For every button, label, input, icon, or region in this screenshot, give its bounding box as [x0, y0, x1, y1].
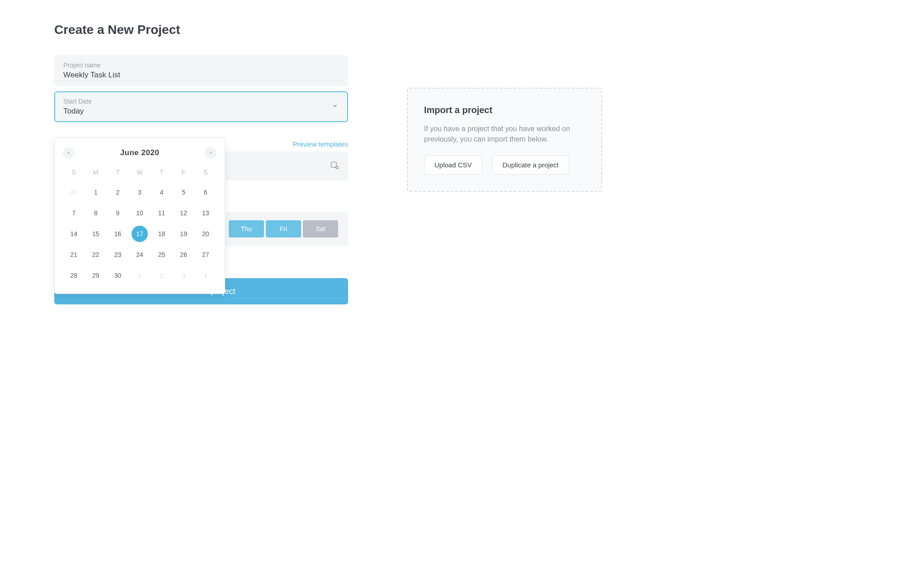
calendar-day[interactable]: 27 [194, 247, 217, 262]
calendar-dow: S [194, 166, 217, 179]
calendar-day[interactable]: 1 [129, 268, 151, 283]
calendar-day[interactable]: 3 [173, 268, 195, 283]
calendar-day[interactable]: 15 [85, 227, 107, 241]
calendar-day[interactable]: 29 [85, 268, 107, 283]
calendar-day[interactable]: 2 [107, 185, 129, 199]
template-browse-icon [330, 161, 339, 171]
calendar-day[interactable]: 26 [173, 247, 195, 262]
import-description: If you have a project that you have work… [424, 123, 585, 144]
calendar-day[interactable]: 14 [63, 227, 85, 241]
prev-month-button[interactable] [63, 147, 75, 159]
import-title: Import a project [424, 105, 585, 115]
calendar-day[interactable]: 13 [194, 206, 217, 220]
calendar-day[interactable]: 5 [173, 185, 195, 199]
calendar-day[interactable]: 16 [107, 227, 129, 241]
calendar-day[interactable]: 24 [129, 247, 151, 262]
calendar-day[interactable]: 22 [85, 247, 107, 262]
calendar-day[interactable]: 1 [85, 185, 107, 199]
calendar-day[interactable]: 6 [194, 185, 217, 199]
calendar-day[interactable]: 12 [173, 206, 195, 220]
calendar-day[interactable]: 31 [63, 185, 85, 199]
start-date-field[interactable]: Start Date Today [54, 91, 348, 122]
calendar-day[interactable]: 10 [129, 206, 151, 220]
calendar-day[interactable]: 9 [107, 206, 129, 220]
calendar-day[interactable]: 30 [107, 268, 129, 283]
calendar-day[interactable]: 3 [129, 185, 151, 199]
upload-csv-button[interactable]: Upload CSV [424, 155, 482, 175]
project-name-label: Project name [63, 62, 339, 69]
calendar-day[interactable]: 4 [151, 185, 173, 199]
project-name-input[interactable] [63, 71, 339, 80]
calendar-day[interactable]: 23 [107, 247, 129, 262]
calendar-day[interactable]: 4 [194, 268, 217, 283]
calendar-day[interactable]: 21 [63, 247, 85, 262]
calendar-dow: M [85, 166, 107, 179]
calendar-day[interactable]: 7 [63, 206, 85, 220]
import-panel: Import a project If you have a project t… [407, 88, 602, 192]
weekday-toggle[interactable]: Thu [229, 220, 264, 237]
weekday-toggle[interactable]: Sat [303, 220, 338, 237]
date-picker[interactable]: June 2020 SMTWTFS31123456789101112131415… [54, 138, 225, 294]
weekday-toggle[interactable]: Fri [266, 220, 301, 237]
calendar-dow: F [173, 166, 195, 179]
duplicate-project-button[interactable]: Duplicate a project [492, 155, 569, 175]
start-date-label: Start Date [63, 98, 339, 105]
start-date-value: Today [63, 107, 339, 116]
calendar-day[interactable]: 18 [151, 227, 173, 241]
calendar-day[interactable]: 28 [63, 268, 85, 283]
page-title: Create a New Project [54, 23, 870, 37]
calendar-day[interactable]: 2 [151, 268, 173, 283]
project-name-field[interactable]: Project name [54, 55, 348, 86]
svg-line-2 [338, 168, 339, 169]
chevron-down-icon [332, 103, 338, 111]
calendar-dow: W [129, 166, 151, 179]
calendar-day[interactable]: 25 [151, 247, 173, 262]
calendar-day[interactable]: 17 [129, 227, 151, 241]
calendar-dow: T [151, 166, 173, 179]
calendar-dow: S [63, 166, 85, 179]
calendar-day[interactable]: 19 [173, 227, 195, 241]
calendar-dow: T [107, 166, 129, 179]
calendar-month-label: June 2020 [120, 148, 160, 157]
calendar-day[interactable]: 11 [151, 206, 173, 220]
calendar-day[interactable]: 20 [194, 227, 217, 241]
calendar-day[interactable]: 8 [85, 206, 107, 220]
next-month-button[interactable] [205, 147, 217, 159]
